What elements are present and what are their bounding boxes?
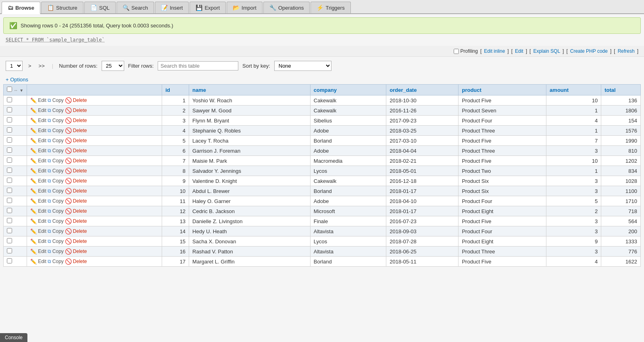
profiling-checkbox[interactable] bbox=[454, 49, 459, 54]
col-header-order-date[interactable]: order_date bbox=[386, 85, 459, 95]
row-checkbox[interactable] bbox=[7, 127, 12, 133]
edit-button[interactable]: Edit bbox=[38, 148, 46, 153]
delete-button[interactable]: Delete bbox=[73, 97, 87, 103]
row-checkbox[interactable] bbox=[7, 248, 12, 253]
copy-button[interactable]: Copy bbox=[52, 118, 64, 123]
delete-button[interactable]: Delete bbox=[73, 208, 87, 214]
delete-button[interactable]: Delete bbox=[73, 218, 87, 224]
delete-button[interactable]: Delete bbox=[73, 249, 87, 254]
edit-link[interactable]: Edit bbox=[515, 48, 523, 54]
row-checkbox[interactable] bbox=[7, 218, 12, 223]
row-checkbox[interactable] bbox=[7, 258, 12, 263]
copy-button[interactable]: Copy bbox=[52, 148, 64, 153]
sort-select[interactable]: None PRIMARY (ASC) PRIMARY (DESC) bbox=[274, 61, 331, 71]
explain-sql-link[interactable]: Explain SQL bbox=[533, 48, 560, 54]
tab-search[interactable]: 🔍 Search bbox=[117, 2, 154, 13]
profiling-checkbox-label[interactable]: Profiling bbox=[454, 48, 478, 54]
tab-browse[interactable]: 🗂 Browse bbox=[2, 2, 40, 14]
next-page-button[interactable]: > bbox=[27, 62, 33, 70]
edit-button[interactable]: Edit bbox=[38, 108, 46, 113]
col-header-id[interactable]: id bbox=[162, 85, 189, 95]
row-checkbox[interactable] bbox=[7, 178, 12, 183]
copy-button[interactable]: Copy bbox=[52, 178, 64, 184]
copy-button[interactable]: Copy bbox=[52, 198, 64, 204]
copy-button[interactable]: Copy bbox=[52, 138, 64, 143]
page-select[interactable]: 1 bbox=[6, 61, 23, 71]
copy-button[interactable]: Copy bbox=[52, 108, 64, 113]
sql-link[interactable]: SELECT * FROM `sample_large_table` bbox=[6, 37, 105, 43]
edit-button[interactable]: Edit bbox=[38, 238, 46, 244]
edit-button[interactable]: Edit bbox=[38, 118, 46, 123]
copy-button[interactable]: Copy bbox=[52, 128, 64, 133]
edit-button[interactable]: Edit bbox=[38, 97, 46, 103]
tab-import[interactable]: 📂 Import bbox=[227, 2, 263, 13]
col-header-name[interactable]: name bbox=[189, 85, 311, 95]
copy-button[interactable]: Copy bbox=[52, 238, 64, 244]
delete-button[interactable]: Delete bbox=[73, 178, 87, 184]
row-checkbox[interactable] bbox=[7, 147, 12, 153]
edit-button[interactable]: Edit bbox=[38, 198, 46, 204]
edit-button[interactable]: Edit bbox=[38, 158, 46, 164]
delete-button[interactable]: Delete bbox=[73, 259, 87, 264]
delete-button[interactable]: Delete bbox=[73, 198, 87, 204]
row-checkbox[interactable] bbox=[7, 188, 12, 193]
edit-button[interactable]: Edit bbox=[38, 178, 46, 184]
edit-button[interactable]: Edit bbox=[38, 188, 46, 194]
row-checkbox[interactable] bbox=[7, 158, 12, 163]
edit-button[interactable]: Edit bbox=[38, 128, 46, 133]
copy-button[interactable]: Copy bbox=[52, 97, 64, 103]
edit-button[interactable]: Edit bbox=[38, 208, 46, 214]
row-checkbox[interactable] bbox=[7, 97, 12, 102]
delete-button[interactable]: Delete bbox=[73, 138, 87, 143]
row-checkbox[interactable] bbox=[7, 137, 12, 143]
copy-button[interactable]: Copy bbox=[52, 249, 64, 254]
delete-button[interactable]: Delete bbox=[73, 238, 87, 244]
edit-inline-link[interactable]: Edit inline bbox=[484, 48, 505, 54]
row-checkbox[interactable] bbox=[7, 238, 12, 243]
col-header-total[interactable]: total bbox=[601, 85, 641, 95]
delete-button[interactable]: Delete bbox=[73, 158, 87, 164]
last-page-button[interactable]: >> bbox=[37, 62, 46, 70]
tab-operations[interactable]: 🔧 Operations bbox=[263, 2, 310, 13]
copy-button[interactable]: Copy bbox=[52, 208, 64, 214]
copy-button[interactable]: Copy bbox=[52, 158, 64, 164]
edit-button[interactable]: Edit bbox=[38, 228, 46, 234]
delete-button[interactable]: Delete bbox=[73, 228, 87, 234]
edit-button[interactable]: Edit bbox=[38, 218, 46, 224]
col-header-company[interactable]: company bbox=[310, 85, 386, 95]
filter-input[interactable] bbox=[158, 61, 238, 70]
delete-button[interactable]: Delete bbox=[73, 128, 87, 133]
copy-button[interactable]: Copy bbox=[52, 228, 64, 234]
tab-triggers[interactable]: ⚡ Triggers bbox=[311, 2, 350, 13]
delete-button[interactable]: Delete bbox=[73, 108, 87, 113]
edit-button[interactable]: Edit bbox=[38, 168, 46, 174]
copy-button[interactable]: Copy bbox=[52, 259, 64, 264]
select-all-checkbox[interactable] bbox=[7, 87, 12, 92]
row-checkbox[interactable] bbox=[7, 198, 12, 203]
tab-structure[interactable]: 📋 Structure bbox=[41, 2, 83, 13]
copy-button[interactable]: Copy bbox=[52, 168, 64, 174]
tab-insert[interactable]: 📝 Insert bbox=[155, 2, 189, 13]
create-php-link[interactable]: Create PHP code bbox=[570, 48, 608, 54]
col-header-product[interactable]: product bbox=[459, 85, 546, 95]
col-header-amount[interactable]: amount bbox=[546, 85, 601, 95]
row-checkbox[interactable] bbox=[7, 208, 12, 213]
row-checkbox[interactable] bbox=[7, 107, 12, 112]
tab-export[interactable]: 💾 Export bbox=[190, 2, 226, 13]
edit-button[interactable]: Edit bbox=[38, 249, 46, 254]
delete-button[interactable]: Delete bbox=[73, 148, 87, 153]
edit-button[interactable]: Edit bbox=[38, 259, 46, 264]
delete-button[interactable]: Delete bbox=[73, 118, 87, 123]
copy-button[interactable]: Copy bbox=[52, 188, 64, 194]
row-checkbox[interactable] bbox=[7, 117, 12, 122]
edit-button[interactable]: Edit bbox=[38, 138, 46, 143]
delete-button[interactable]: Delete bbox=[73, 168, 87, 174]
rows-select[interactable]: 25 50 100 bbox=[102, 61, 124, 71]
options-toggle[interactable]: + Options bbox=[0, 75, 644, 84]
tab-sql[interactable]: 📄 SQL bbox=[84, 2, 116, 13]
delete-button[interactable]: Delete bbox=[73, 188, 87, 194]
copy-button[interactable]: Copy bbox=[52, 218, 64, 224]
refresh-link[interactable]: Refresh bbox=[618, 48, 635, 54]
row-checkbox[interactable] bbox=[7, 228, 12, 233]
row-checkbox[interactable] bbox=[7, 168, 12, 173]
